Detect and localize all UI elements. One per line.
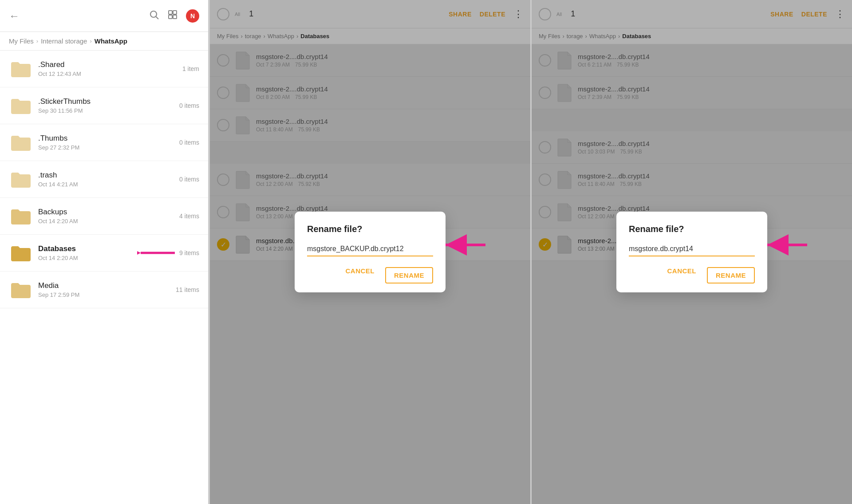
svg-rect-5 (173, 15, 177, 19)
svg-rect-3 (173, 11, 177, 14)
middle-dialog-title: Rename file? (307, 224, 433, 234)
folder-item-trash[interactable]: .trash Oct 14 4:21 AM 0 items (0, 161, 208, 198)
breadcrumb-whatsapp[interactable]: WhatsApp (95, 37, 127, 45)
folder-count-databases: 9 items (179, 249, 199, 256)
right-rename-dialog: Rename file? CANCEL RENAME (616, 212, 767, 292)
breadcrumb-myfiles[interactable]: My Files (9, 37, 34, 45)
svg-rect-4 (169, 15, 172, 19)
folder-item-media[interactable]: Media Sep 17 2:59 PM 11 items (0, 272, 208, 308)
folder-info-thumbs: .Thumbs Sep 27 2:32 PM (38, 134, 172, 151)
folder-item-databases[interactable]: Databases Oct 14 2:20 AM 9 items (0, 235, 208, 272)
right-dialog-input[interactable] (629, 242, 755, 256)
svg-rect-2 (169, 11, 172, 14)
folder-name-media: Media (38, 281, 169, 290)
breadcrumb-internal[interactable]: Internal storage (41, 37, 87, 45)
folder-count-trash: 0 items (179, 176, 199, 183)
folder-icon-stickerthumbs (9, 94, 31, 117)
folder-count-backups: 4 items (179, 213, 199, 220)
back-icon[interactable]: ← (9, 10, 20, 22)
folder-icon-trash (9, 168, 31, 190)
folder-name-databases: Databases (38, 244, 172, 253)
folder-name-stickerthumbs: .StickerThumbs (38, 97, 172, 106)
middle-panel: All 1 SHARE DELETE ⋮ My Files › torage ›… (210, 0, 530, 504)
right-dialog-title: Rename file? (629, 224, 755, 234)
svg-line-1 (156, 16, 159, 19)
folder-item-thumbs[interactable]: .Thumbs Sep 27 2:32 PM 0 items (0, 124, 208, 161)
folder-info-trash: .trash Oct 14 4:21 AM (38, 171, 172, 188)
folder-count-media: 11 items (176, 286, 199, 293)
right-dialog-overlay: Rename file? CANCEL RENAME (532, 0, 852, 504)
folder-meta-stickerthumbs: Sep 30 11:56 PM (38, 107, 172, 114)
notification-badge[interactable]: N (186, 9, 199, 23)
folder-info-media: Media Sep 17 2:59 PM (38, 281, 169, 298)
folder-name-shared: .Shared (38, 60, 175, 69)
folder-count-shared: 1 item (182, 65, 199, 72)
folder-item-shared[interactable]: .Shared Oct 12 12:43 AM 1 item (0, 51, 208, 87)
search-icon[interactable] (149, 9, 159, 23)
middle-cancel-button[interactable]: CANCEL (345, 267, 375, 284)
folder-name-backups: Backups (38, 208, 172, 217)
folder-info-shared: .Shared Oct 12 12:43 AM (38, 60, 175, 77)
folder-name-trash: .trash (38, 171, 172, 180)
folder-count-stickerthumbs: 0 items (179, 102, 199, 109)
middle-rename-button[interactable]: RENAME (385, 267, 433, 284)
folder-icon-media (9, 279, 31, 301)
right-cancel-button[interactable]: CANCEL (667, 267, 696, 284)
folder-meta-shared: Oct 12 12:43 AM (38, 71, 175, 77)
breadcrumb-sep1: › (36, 38, 38, 44)
folder-icon-thumbs (9, 131, 31, 154)
left-panel: ← N My Files › Internal sto (0, 0, 209, 504)
breadcrumb-sep2: › (90, 38, 91, 44)
folder-meta-databases: Oct 14 2:20 AM (38, 255, 172, 261)
right-rename-button[interactable]: RENAME (707, 267, 755, 284)
middle-dialog-actions: CANCEL RENAME (307, 267, 433, 284)
folder-meta-media: Sep 17 2:59 PM (38, 291, 169, 298)
folder-icon-shared (9, 58, 31, 80)
folder-info-stickerthumbs: .StickerThumbs Sep 30 11:56 PM (38, 97, 172, 114)
middle-dialog-overlay: Rename file? CANCEL RENAME (210, 0, 530, 504)
folder-count-thumbs: 0 items (179, 139, 199, 146)
middle-rename-dialog: Rename file? CANCEL RENAME (295, 212, 446, 292)
folder-icon-backups (9, 205, 31, 227)
folder-icon-databases (9, 242, 31, 264)
left-header: ← N (0, 0, 208, 32)
folder-list: .Shared Oct 12 12:43 AM 1 item .StickerT… (0, 51, 208, 504)
right-panel: All 1 SHARE DELETE ⋮ My Files › torage ›… (532, 0, 852, 504)
folder-info-backups: Backups Oct 14 2:20 AM (38, 208, 172, 224)
folder-meta-backups: Oct 14 2:20 AM (38, 218, 172, 224)
breadcrumb: My Files › Internal storage › WhatsApp (0, 32, 208, 51)
right-dialog-actions: CANCEL RENAME (629, 267, 755, 284)
folder-meta-trash: Oct 14 4:21 AM (38, 181, 172, 188)
folder-info-databases: Databases Oct 14 2:20 AM (38, 244, 172, 261)
folder-name-thumbs: .Thumbs (38, 134, 172, 143)
folder-item-backups[interactable]: Backups Oct 14 2:20 AM 4 items (0, 198, 208, 235)
grid-icon[interactable] (167, 9, 178, 23)
folder-item-stickerthumbs[interactable]: .StickerThumbs Sep 30 11:56 PM 0 items (0, 87, 208, 124)
folder-meta-thumbs: Sep 27 2:32 PM (38, 144, 172, 151)
svg-point-0 (150, 11, 157, 17)
middle-dialog-input[interactable] (307, 242, 433, 256)
